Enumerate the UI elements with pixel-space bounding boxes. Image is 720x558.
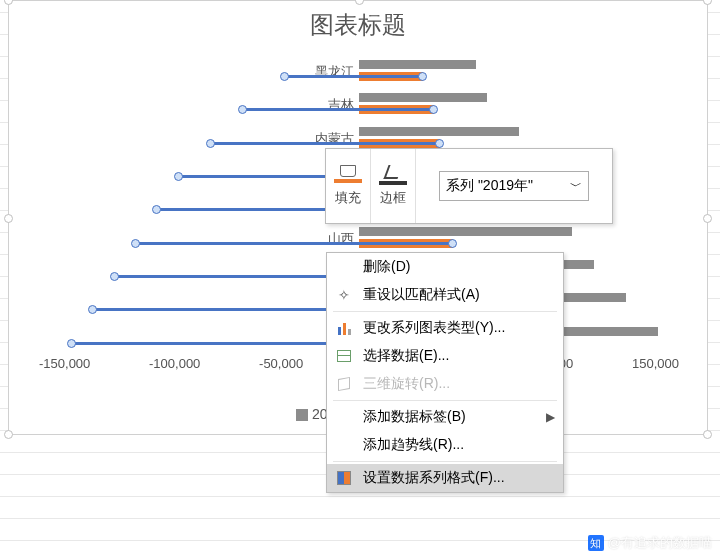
menu-select-data-label: 选择数据(E)... xyxy=(363,347,449,365)
blank-icon xyxy=(333,258,355,276)
error-bar[interactable] xyxy=(242,108,434,111)
reset-style-icon: ✧ xyxy=(333,286,355,304)
menu-3d-rotation: 三维旋转(R)... xyxy=(327,370,563,398)
category-label[interactable]: 吉林 xyxy=(299,96,354,114)
menu-add-trendline-label: 添加趋势线(R)... xyxy=(363,436,464,454)
error-bar[interactable] xyxy=(210,142,440,145)
selection-handle-sw[interactable] xyxy=(4,430,13,439)
bar-2020[interactable] xyxy=(359,93,487,102)
menu-delete[interactable]: 删除(D) xyxy=(327,253,563,281)
chart-type-icon xyxy=(333,319,355,337)
category-label[interactable]: 内蒙古 xyxy=(299,130,354,148)
chevron-down-icon: ﹀ xyxy=(570,178,582,195)
menu-reset-style[interactable]: ✧ 重设以匹配样式(A) xyxy=(327,281,563,309)
error-bar[interactable] xyxy=(135,242,453,245)
menu-add-data-labels-label: 添加数据标签(B) xyxy=(363,408,466,426)
outline-button[interactable]: 边框 xyxy=(371,149,416,223)
menu-reset-style-label: 重设以匹配样式(A) xyxy=(363,286,480,304)
bar-2020[interactable] xyxy=(359,60,476,69)
submenu-arrow-icon: ▶ xyxy=(546,410,555,424)
menu-format-data-series-label: 设置数据系列格式(F)... xyxy=(363,469,505,487)
category-row: 吉林 xyxy=(39,89,679,122)
x-axis-tick[interactable]: -150,000 xyxy=(39,356,90,376)
menu-separator xyxy=(333,400,557,401)
series-selector[interactable]: 系列 "2019年" ﹀ xyxy=(416,149,612,223)
context-menu: 删除(D) ✧ 重设以匹配样式(A) 更改系列图表类型(Y)... 选择数据(E… xyxy=(326,252,564,493)
bar-2020[interactable] xyxy=(359,127,519,136)
category-row: 黑龙江 xyxy=(39,56,679,89)
watermark: 知 @有追求的数据喵 xyxy=(588,534,712,552)
menu-change-chart-type-label: 更改系列图表类型(Y)... xyxy=(363,319,505,337)
x-axis-tick[interactable]: 150,000 xyxy=(632,356,679,376)
series-selector-value: 系列 "2019年" xyxy=(446,177,533,195)
category-label[interactable]: 山西 xyxy=(299,230,354,248)
category-row: 山西 xyxy=(39,223,679,256)
pen-icon xyxy=(379,165,407,187)
x-axis-tick[interactable]: -100,000 xyxy=(149,356,200,376)
fill-label: 填充 xyxy=(335,189,361,207)
menu-format-data-series[interactable]: 设置数据系列格式(F)... xyxy=(327,464,563,492)
error-bar[interactable] xyxy=(284,75,423,78)
blank-icon xyxy=(333,436,355,454)
watermark-text: @有追求的数据喵 xyxy=(608,534,712,552)
legend-swatch-2020 xyxy=(296,409,308,421)
mini-toolbar: 填充 边框 系列 "2019年" ﹀ xyxy=(325,148,613,224)
menu-separator xyxy=(333,311,557,312)
x-axis-tick[interactable]: -50,000 xyxy=(259,356,303,376)
zhihu-logo-icon: 知 xyxy=(588,535,604,551)
format-series-icon xyxy=(333,469,355,487)
menu-add-trendline[interactable]: 添加趋势线(R)... xyxy=(327,431,563,459)
chart-title[interactable]: 图表标题 xyxy=(9,1,707,41)
cube-icon xyxy=(333,375,355,393)
bar-2020[interactable] xyxy=(359,227,572,236)
category-label[interactable]: 黑龙江 xyxy=(299,63,354,81)
menu-delete-label: 删除(D) xyxy=(363,258,410,276)
menu-change-chart-type[interactable]: 更改系列图表类型(Y)... xyxy=(327,314,563,342)
paint-bucket-icon xyxy=(334,165,362,187)
fill-button[interactable]: 填充 xyxy=(326,149,371,223)
blank-icon xyxy=(333,408,355,426)
menu-add-data-labels[interactable]: 添加数据标签(B) ▶ xyxy=(327,403,563,431)
menu-select-data[interactable]: 选择数据(E)... xyxy=(327,342,563,370)
outline-label: 边框 xyxy=(380,189,406,207)
menu-separator xyxy=(333,461,557,462)
selection-handle-w[interactable] xyxy=(4,214,13,223)
table-icon xyxy=(333,347,355,365)
menu-3d-rotation-label: 三维旋转(R)... xyxy=(363,375,450,393)
selection-handle-se[interactable] xyxy=(703,430,712,439)
selection-handle-e[interactable] xyxy=(703,214,712,223)
